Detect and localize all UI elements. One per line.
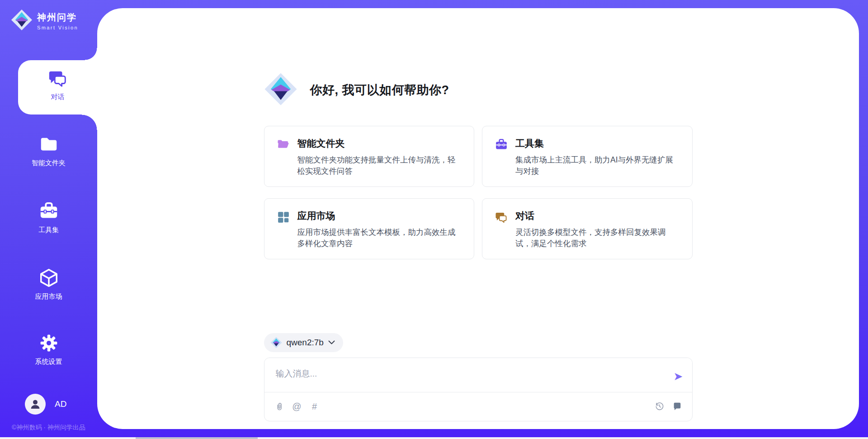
brand: 神州问学 Smart Vision: [11, 9, 78, 33]
hash-icon[interactable]: #: [310, 401, 320, 411]
at-icon[interactable]: @: [292, 401, 302, 411]
paperclip-icon[interactable]: [274, 401, 284, 411]
brand-name: 神州问学: [37, 11, 78, 24]
history-icon[interactable]: [655, 401, 665, 411]
sidebar-item-label: 应用市场: [0, 292, 97, 301]
tab-fillet-top: [85, 48, 97, 60]
card-title: 应用市场: [297, 210, 463, 222]
gear-icon: [38, 333, 59, 353]
sidebar-item-toolbox[interactable]: 工具集: [0, 201, 97, 234]
card-smart-folder[interactable]: 智能文件夹 智能文件夹功能支持批量文件上传与清洗，轻松实现文件问答: [264, 126, 475, 187]
open-folder-icon: [277, 138, 290, 152]
grid-tiles-icon: [277, 210, 290, 224]
card-title: 智能文件夹: [297, 137, 463, 150]
model-name: qwen2:7b: [287, 338, 324, 348]
toolbox-icon: [38, 201, 59, 222]
user-name: AD: [55, 399, 66, 409]
cube-icon: [38, 267, 59, 288]
tab-fillet-bottom: [82, 115, 97, 130]
sidebar-item-app-market[interactable]: 应用市场: [0, 267, 97, 301]
horizontal-scrollbar[interactable]: [0, 437, 868, 439]
card-description: 智能文件夹功能支持批量文件上传与清洗，轻松实现文件问答: [297, 154, 463, 177]
main-panel: 你好, 我可以如何帮助你? 智能文件夹 智能文件夹功能支持批量文件上传与清洗，轻…: [97, 8, 859, 429]
model-selector[interactable]: qwen2:7b: [264, 333, 343, 352]
user-avatar-icon: [25, 394, 46, 415]
card-description: 集成市场上主流工具，助力AI与外界无缝扩展与对接: [515, 154, 681, 177]
card-app-market[interactable]: 应用市场 应用市场提供丰富长文本模板，助力高效生成多样化文章内容: [264, 198, 475, 259]
card-description: 灵活切换多模型文件，支持多样回复效果调试，满足个性化需求: [515, 227, 681, 250]
composer: ➤ @ #: [264, 358, 693, 421]
card-description: 应用市场提供丰富长文本模板，助力高效生成多样化文章内容: [297, 227, 463, 250]
sidebar-footer-text: ©神州数码 · 神州问学出品: [0, 424, 97, 432]
card-toolbox[interactable]: 工具集 集成市场上主流工具，助力AI与外界无缝扩展与对接: [482, 126, 693, 187]
sidebar-item-label: 智能文件夹: [0, 159, 97, 167]
chevron-down-icon: [328, 340, 335, 344]
feature-cards: 智能文件夹 智能文件夹功能支持批量文件上传与清洗，轻松实现文件问答: [264, 126, 693, 259]
user-profile[interactable]: AD: [25, 394, 66, 415]
toolbox-icon: [495, 138, 508, 152]
chat-bubbles-icon: [47, 68, 68, 89]
sidebar-item-chat[interactable]: 对话: [18, 60, 97, 115]
greeting: 你好, 我可以如何帮助你?: [264, 73, 693, 107]
diamond-logo-icon: [11, 9, 33, 33]
sidebar-item-smart-folder[interactable]: 智能文件夹: [0, 134, 97, 167]
chat-square-icon[interactable]: [672, 401, 682, 411]
page-title: 你好, 我可以如何帮助你?: [310, 82, 449, 98]
app-root: 神州问学 Smart Vision 对话 智能文件夹: [0, 0, 868, 439]
brand-subtitle: Smart Vision: [37, 25, 78, 30]
sidebar-item-label: 工具集: [0, 226, 97, 234]
send-icon[interactable]: ➤: [674, 371, 683, 382]
card-chat[interactable]: 对话 灵活切换多模型文件，支持多样回复效果调试，满足个性化需求: [482, 198, 693, 259]
sidebar: 神州问学 Smart Vision 对话 智能文件夹: [0, 0, 97, 439]
diamond-logo-icon: [264, 72, 297, 108]
card-title: 工具集: [515, 137, 681, 150]
sidebar-item-label: 对话: [18, 93, 97, 101]
sidebar-item-label: 系统设置: [0, 358, 97, 366]
folder-icon: [38, 134, 59, 155]
message-input[interactable]: [264, 358, 692, 392]
chat-bubbles-icon: [495, 210, 508, 224]
card-title: 对话: [515, 210, 681, 222]
sidebar-item-settings[interactable]: 系统设置: [0, 333, 97, 366]
diamond-logo-icon: [270, 337, 282, 348]
scrollbar-thumb[interactable]: [136, 437, 258, 439]
